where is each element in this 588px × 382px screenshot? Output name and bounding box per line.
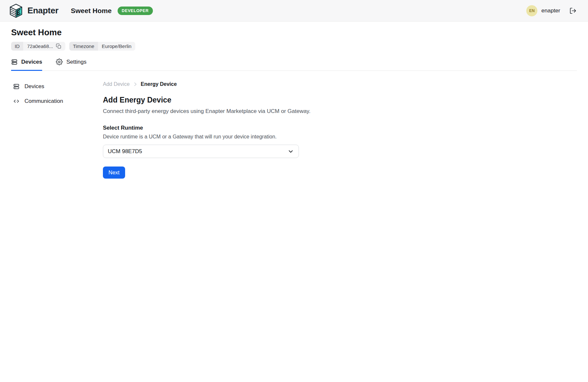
timezone-chip: Timezone Europe/Berlin [69, 42, 135, 51]
copy-icon [56, 43, 61, 49]
tab-settings[interactable]: Settings [56, 58, 86, 71]
sidebar-item-label: Devices [24, 83, 44, 90]
tab-settings-label: Settings [66, 59, 86, 65]
tab-devices-label: Devices [21, 59, 42, 65]
page-title: Sweet Home [11, 27, 577, 38]
page-head: Sweet Home ID 72a0ea68... Timezone Europ… [0, 27, 588, 71]
chevron-down-icon [288, 149, 294, 154]
logout-button[interactable] [569, 7, 577, 14]
meta-row: ID 72a0ea68... Timezone Europe/Berlin [11, 42, 577, 51]
logout-icon [569, 7, 577, 14]
enapter-logo-icon [9, 3, 23, 18]
id-chip-label: ID [11, 42, 23, 51]
runtime-select-value: UCM 98E7D5 [108, 148, 142, 155]
chevron-right-icon [133, 82, 138, 87]
tab-bar: Devices Settings [11, 58, 577, 71]
breadcrumb-add-device[interactable]: Add Device [103, 81, 130, 87]
select-runtime-label: Select Runtime [103, 125, 588, 131]
breadcrumb-energy-device: Energy Device [141, 81, 177, 87]
sidebar-item-label: Communication [24, 98, 63, 104]
sidebar: Devices Communication [0, 71, 103, 113]
timezone-chip-label: Timezone [69, 42, 98, 51]
copy-id-button[interactable] [56, 43, 61, 49]
gear-icon [56, 58, 63, 65]
sidebar-item-devices[interactable]: Devices [13, 83, 103, 90]
section-title: Add Energy Device [103, 96, 588, 104]
main-panel: Add Device Energy Device Add Energy Devi… [103, 71, 588, 179]
developer-badge: DEVELOPER [118, 7, 153, 15]
content: Devices Communication Add Device [0, 71, 588, 179]
timezone-chip-value: Europe/Berlin [98, 42, 136, 51]
enapter-logo[interactable]: Enapter [9, 3, 58, 18]
next-button[interactable]: Next [103, 167, 125, 179]
id-chip-value: 72a0ea68... [23, 42, 65, 51]
brand-name: Enapter [27, 6, 58, 16]
code-brackets-icon [13, 98, 20, 104]
id-chip-value-text: 72a0ea68... [27, 43, 53, 49]
runtime-select[interactable]: UCM 98E7D5 [103, 145, 299, 158]
app-header: Enapter Sweet Home DEVELOPER EN enapter [0, 0, 588, 22]
tab-devices[interactable]: Devices [11, 58, 42, 71]
breadcrumb: Add Device Energy Device [103, 81, 588, 87]
user-menu[interactable]: EN enapter [526, 5, 560, 16]
avatar: EN [526, 5, 537, 16]
sidebar-item-communication[interactable]: Communication [13, 98, 103, 104]
username-label: enapter [541, 8, 560, 14]
section-description: Connect third-party energy devices using… [103, 108, 588, 115]
header-site-name: Sweet Home [71, 7, 112, 15]
id-chip: ID 72a0ea68... [11, 42, 65, 51]
select-runtime-help: Device runtime is a UCM or a Gateway tha… [103, 134, 588, 140]
devices-icon [13, 83, 20, 90]
devices-icon [11, 59, 18, 65]
